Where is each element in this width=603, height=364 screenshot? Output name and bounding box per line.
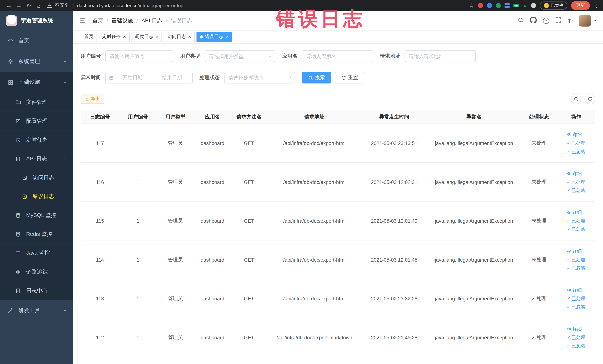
toggle-search-button[interactable] xyxy=(571,94,581,104)
search-icon[interactable] xyxy=(518,17,524,24)
cell-user_id: 1 xyxy=(119,318,156,357)
cell-user_type: 管理员 xyxy=(156,318,194,357)
sidebar-item-error-log[interactable]: 错误日志 xyxy=(0,187,73,206)
processed-link[interactable]: ✓已处理 xyxy=(567,256,585,264)
processed-link[interactable]: ✓已处理 xyxy=(567,217,585,225)
extension-icon[interactable]: Y xyxy=(496,3,500,8)
sidebar-item-redis-monitor[interactable]: Redis 监控 xyxy=(0,225,73,244)
detail-link[interactable]: 详细 xyxy=(567,169,582,178)
detail-link[interactable]: 详细 xyxy=(567,325,582,333)
sidebar-item-trace[interactable]: 链路追踪 xyxy=(0,262,73,281)
browser-reload-icon[interactable]: ↻ xyxy=(24,2,34,9)
sidebar-item-file-mgmt[interactable]: 文件管理 xyxy=(0,93,73,112)
chevron-up-icon xyxy=(63,157,67,161)
sidebar-item-dev-tools[interactable]: 研发工具 xyxy=(0,300,73,321)
sidebar-item-java-monitor[interactable]: Java 监控 xyxy=(0,244,73,262)
ignored-link[interactable]: ✓已忽略 xyxy=(567,186,585,195)
request-url-input[interactable] xyxy=(405,50,476,62)
cell-exception: java.lang.IllegalArgumentException xyxy=(427,240,521,279)
detail-link[interactable]: 详细 xyxy=(567,208,582,217)
help-icon[interactable]: ? xyxy=(543,18,549,24)
extension-icon[interactable]: ▲ xyxy=(523,3,527,8)
update-button[interactable]: 更新 xyxy=(571,1,590,10)
cell-id: 114 xyxy=(81,240,119,279)
sidebar-item-system-mgmt[interactable]: 系统管理 xyxy=(0,51,73,72)
sidebar-item-infrastructure[interactable]: 基础设施 xyxy=(0,72,73,93)
extension-icon[interactable] xyxy=(531,3,536,8)
address-bar[interactable]: 不安全 dashboard.yudao.iocoder.cn/infra/log… xyxy=(47,2,184,9)
detail-link[interactable]: 详细 xyxy=(567,286,582,294)
sidebar-item-label: Redis 监控 xyxy=(26,231,52,237)
extension-icon[interactable] xyxy=(487,3,492,8)
check-icon: ✓ xyxy=(567,333,570,342)
user-id-input[interactable] xyxy=(105,50,173,62)
user-menu[interactable] xyxy=(579,15,597,26)
calendar-icon xyxy=(109,75,114,80)
app-logo[interactable]: 芋道管理系统 xyxy=(0,11,73,30)
close-icon[interactable]: × xyxy=(188,34,191,39)
table-row: 1141管理员dashboardGET/api/infra/db-doc/exp… xyxy=(81,240,595,279)
app-name-input[interactable] xyxy=(302,50,373,62)
export-button[interactable]: 导出 xyxy=(81,94,104,104)
browser-home-icon[interactable]: ⌂ xyxy=(34,2,44,9)
bookmark-star-icon[interactable]: ☆ xyxy=(469,2,474,9)
refresh-table-button[interactable] xyxy=(584,94,595,104)
tab-访问日志[interactable]: 访问日志× xyxy=(164,32,195,42)
close-icon[interactable]: × xyxy=(156,34,159,39)
process-status-select[interactable] xyxy=(224,72,295,83)
browser-menu-icon[interactable]: ⋮ xyxy=(594,2,599,9)
close-icon[interactable]: × xyxy=(123,34,126,39)
sidebar-item-api-log[interactable]: API 日志 xyxy=(0,149,73,168)
tools-icon xyxy=(8,308,14,313)
sidebar-item-log-center[interactable]: 日志中心 xyxy=(0,281,73,300)
paused-badge[interactable]: 已暂停 xyxy=(540,1,567,10)
breadcrumb-item[interactable]: 首页 xyxy=(92,17,103,24)
font-size-icon[interactable]: T↕ xyxy=(568,17,573,24)
github-icon[interactable] xyxy=(530,16,537,25)
extension-icon[interactable] xyxy=(478,3,483,8)
active-tab-dot xyxy=(200,35,203,38)
cell-method: GET xyxy=(231,163,267,201)
processed-link[interactable]: ✓已处理 xyxy=(567,178,585,186)
cell-actions: 详细✓已处理✓已忽略 xyxy=(557,279,595,318)
check-icon: ✓ xyxy=(567,186,570,195)
browser-forward-icon[interactable]: → xyxy=(14,2,24,9)
hamburger-icon[interactable] xyxy=(79,17,86,24)
search-button[interactable]: 搜索 xyxy=(302,72,331,83)
processed-link[interactable]: ✓已处理 xyxy=(567,333,585,342)
sidebar-item-scheduled-task[interactable]: 定时任务 xyxy=(0,130,73,149)
ignored-link[interactable]: ✓已忽略 xyxy=(567,264,585,272)
ignored-link[interactable]: ✓已忽略 xyxy=(567,225,585,234)
sidebar-item-config-mgmt[interactable]: 配置管理 xyxy=(0,112,73,130)
ignored-link[interactable]: ✓已忽略 xyxy=(567,303,585,311)
close-icon[interactable]: × xyxy=(226,34,229,39)
sidebar-item-mysql-monitor[interactable]: MySQL 监控 xyxy=(0,206,73,225)
column-header-method: 请求方法名 xyxy=(231,110,267,124)
ignored-link[interactable]: ✓已忽略 xyxy=(567,341,585,350)
cell-status: 未处理 xyxy=(521,318,557,357)
sidebar-item-home[interactable]: 首页 xyxy=(0,30,73,51)
breadcrumb-item[interactable]: API 日志 xyxy=(141,17,162,24)
browser-back-icon[interactable]: ← xyxy=(4,2,14,9)
extension-icon[interactable] xyxy=(504,3,509,8)
tab-调度日志[interactable]: 调度日志× xyxy=(131,32,162,42)
processed-link[interactable]: ✓已处理 xyxy=(567,139,585,147)
tab-定时任务[interactable]: 定时任务× xyxy=(99,32,129,42)
detail-link[interactable]: 详细 xyxy=(567,130,582,139)
detail-link[interactable]: 详细 xyxy=(567,247,582,256)
fullscreen-icon[interactable] xyxy=(555,17,561,24)
date-range-picker[interactable]: 开始日期 - 结束日期 xyxy=(105,72,193,83)
ignored-link[interactable]: ✓已忽略 xyxy=(567,147,585,156)
processed-link[interactable]: ✓已处理 xyxy=(567,294,585,303)
table-body: 1171管理员dashboardGET/api/infra/db-doc/exp… xyxy=(81,124,595,357)
reset-button[interactable]: 重置 xyxy=(335,72,364,83)
extension-on-badge[interactable]: on xyxy=(513,4,519,7)
breadcrumb-item: 错误日志 xyxy=(171,17,192,24)
sidebar-item-access-log[interactable]: 访问日志 xyxy=(0,168,73,187)
tab-错误日志[interactable]: 错误日志× xyxy=(197,32,232,42)
user-type-select[interactable] xyxy=(205,50,276,62)
warning-icon xyxy=(47,3,52,8)
tab-首页[interactable]: 首页 xyxy=(81,32,97,42)
tags-view: 首页定时任务×调度日志×访问日志×错误日志× xyxy=(73,30,603,44)
breadcrumb-item[interactable]: 基础设施 xyxy=(111,17,133,24)
